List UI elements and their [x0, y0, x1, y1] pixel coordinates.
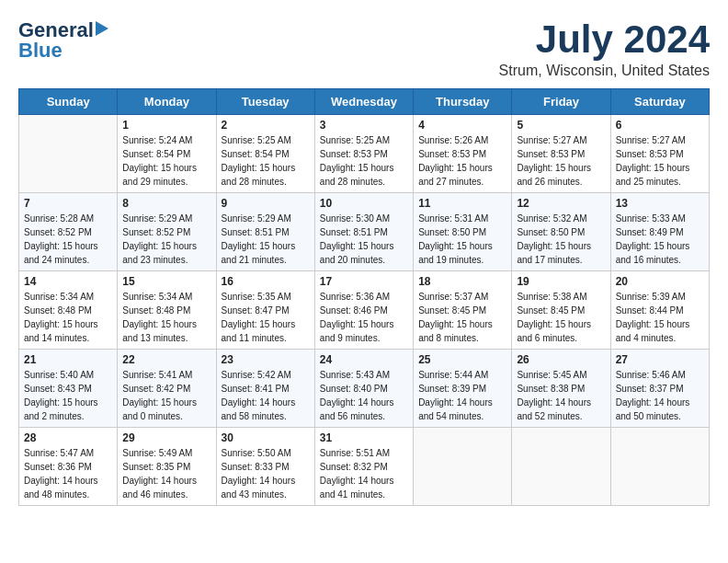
calendar-cell: 6Sunrise: 5:27 AM Sunset: 8:53 PM Daylig… [610, 115, 709, 193]
calendar-cell: 11Sunrise: 5:31 AM Sunset: 8:50 PM Dayli… [414, 193, 512, 271]
calendar-cell: 16Sunrise: 5:35 AM Sunset: 8:47 PM Dayli… [216, 271, 314, 350]
title-block: July 2024 Strum, Wisconsin, United State… [499, 18, 710, 79]
calendar-week-row: 21Sunrise: 5:40 AM Sunset: 8:43 PM Dayli… [19, 350, 710, 428]
day-info: Sunrise: 5:34 AM Sunset: 8:48 PM Dayligh… [122, 290, 210, 345]
calendar-table: SundayMondayTuesdayWednesdayThursdayFrid… [18, 88, 710, 506]
day-number: 31 [320, 431, 408, 444]
day-info: Sunrise: 5:40 AM Sunset: 8:43 PM Dayligh… [24, 368, 112, 423]
calendar-cell: 14Sunrise: 5:34 AM Sunset: 8:48 PM Dayli… [19, 271, 118, 350]
day-number: 14 [24, 275, 112, 288]
day-info: Sunrise: 5:46 AM Sunset: 8:37 PM Dayligh… [616, 368, 704, 423]
day-info: Sunrise: 5:29 AM Sunset: 8:51 PM Dayligh… [222, 212, 310, 267]
day-number: 5 [517, 119, 605, 132]
calendar-cell: 23Sunrise: 5:42 AM Sunset: 8:41 PM Dayli… [216, 350, 314, 428]
weekday-header: Thursday [414, 89, 512, 115]
day-number: 6 [616, 119, 704, 132]
day-info: Sunrise: 5:32 AM Sunset: 8:50 PM Dayligh… [517, 212, 605, 267]
day-info: Sunrise: 5:51 AM Sunset: 8:32 PM Dayligh… [320, 446, 408, 501]
day-number: 23 [222, 353, 310, 366]
calendar-cell: 8Sunrise: 5:29 AM Sunset: 8:52 PM Daylig… [118, 193, 216, 271]
day-info: Sunrise: 5:50 AM Sunset: 8:33 PM Dayligh… [222, 446, 310, 501]
day-info: Sunrise: 5:28 AM Sunset: 8:52 PM Dayligh… [24, 212, 112, 267]
day-number: 25 [418, 353, 506, 366]
day-number: 24 [320, 353, 408, 366]
calendar-cell: 25Sunrise: 5:44 AM Sunset: 8:39 PM Dayli… [414, 350, 512, 428]
calendar-cell: 19Sunrise: 5:38 AM Sunset: 8:45 PM Dayli… [512, 271, 610, 350]
day-number: 17 [320, 275, 408, 288]
day-info: Sunrise: 5:38 AM Sunset: 8:45 PM Dayligh… [517, 290, 605, 345]
day-number: 3 [320, 119, 408, 132]
logo: General Blue [18, 18, 108, 63]
day-info: Sunrise: 5:37 AM Sunset: 8:45 PM Dayligh… [418, 290, 506, 345]
calendar-cell: 3Sunrise: 5:25 AM Sunset: 8:53 PM Daylig… [314, 115, 413, 193]
calendar-cell: 24Sunrise: 5:43 AM Sunset: 8:40 PM Dayli… [314, 350, 413, 428]
weekday-header: Friday [512, 89, 610, 115]
calendar-cell: 21Sunrise: 5:40 AM Sunset: 8:43 PM Dayli… [19, 350, 118, 428]
day-number: 10 [320, 197, 408, 210]
calendar-cell [512, 428, 610, 506]
calendar-week-row: 7Sunrise: 5:28 AM Sunset: 8:52 PM Daylig… [19, 193, 710, 271]
day-info: Sunrise: 5:44 AM Sunset: 8:39 PM Dayligh… [418, 368, 506, 423]
calendar-cell [414, 428, 512, 506]
day-info: Sunrise: 5:31 AM Sunset: 8:50 PM Dayligh… [418, 212, 506, 267]
weekday-header: Tuesday [216, 89, 314, 115]
logo-arrow-icon [96, 21, 108, 36]
day-number: 7 [24, 197, 112, 210]
day-info: Sunrise: 5:34 AM Sunset: 8:48 PM Dayligh… [24, 290, 112, 345]
day-number: 12 [517, 197, 605, 210]
calendar-cell: 4Sunrise: 5:26 AM Sunset: 8:53 PM Daylig… [414, 115, 512, 193]
calendar-cell: 28Sunrise: 5:47 AM Sunset: 8:36 PM Dayli… [19, 428, 118, 506]
day-info: Sunrise: 5:47 AM Sunset: 8:36 PM Dayligh… [24, 446, 112, 501]
calendar-cell: 2Sunrise: 5:25 AM Sunset: 8:54 PM Daylig… [216, 115, 314, 193]
calendar-cell: 22Sunrise: 5:41 AM Sunset: 8:42 PM Dayli… [118, 350, 216, 428]
calendar-cell: 27Sunrise: 5:46 AM Sunset: 8:37 PM Dayli… [610, 350, 709, 428]
calendar-cell: 12Sunrise: 5:32 AM Sunset: 8:50 PM Dayli… [512, 193, 610, 271]
day-number: 21 [24, 353, 112, 366]
calendar-cell [610, 428, 709, 506]
calendar-week-row: 1Sunrise: 5:24 AM Sunset: 8:54 PM Daylig… [19, 115, 710, 193]
day-number: 18 [418, 275, 506, 288]
day-info: Sunrise: 5:33 AM Sunset: 8:49 PM Dayligh… [616, 212, 704, 267]
day-number: 28 [24, 431, 112, 444]
calendar-cell: 13Sunrise: 5:33 AM Sunset: 8:49 PM Dayli… [610, 193, 709, 271]
day-number: 27 [616, 353, 704, 366]
day-number: 29 [122, 431, 210, 444]
month-title: July 2024 [499, 18, 710, 61]
day-info: Sunrise: 5:41 AM Sunset: 8:42 PM Dayligh… [122, 368, 210, 423]
day-info: Sunrise: 5:25 AM Sunset: 8:53 PM Dayligh… [320, 133, 408, 189]
day-number: 4 [418, 119, 506, 132]
calendar-week-row: 28Sunrise: 5:47 AM Sunset: 8:36 PM Dayli… [19, 428, 710, 506]
day-number: 9 [222, 197, 310, 210]
calendar-cell: 20Sunrise: 5:39 AM Sunset: 8:44 PM Dayli… [610, 271, 709, 350]
day-info: Sunrise: 5:25 AM Sunset: 8:54 PM Dayligh… [222, 133, 310, 189]
day-number: 19 [517, 275, 605, 288]
day-info: Sunrise: 5:29 AM Sunset: 8:52 PM Dayligh… [122, 212, 210, 267]
day-info: Sunrise: 5:30 AM Sunset: 8:51 PM Dayligh… [320, 212, 408, 267]
day-info: Sunrise: 5:26 AM Sunset: 8:53 PM Dayligh… [418, 133, 506, 189]
day-info: Sunrise: 5:49 AM Sunset: 8:35 PM Dayligh… [122, 446, 210, 501]
page-header: General Blue July 2024 Strum, Wisconsin,… [18, 18, 710, 79]
day-number: 13 [616, 197, 704, 210]
logo-blue: Blue [18, 39, 63, 63]
calendar-cell: 26Sunrise: 5:45 AM Sunset: 8:38 PM Dayli… [512, 350, 610, 428]
calendar-cell: 30Sunrise: 5:50 AM Sunset: 8:33 PM Dayli… [216, 428, 314, 506]
calendar-cell: 18Sunrise: 5:37 AM Sunset: 8:45 PM Dayli… [414, 271, 512, 350]
location: Strum, Wisconsin, United States [499, 63, 710, 79]
calendar-cell: 1Sunrise: 5:24 AM Sunset: 8:54 PM Daylig… [118, 115, 216, 193]
calendar-cell [19, 115, 118, 193]
day-info: Sunrise: 5:35 AM Sunset: 8:47 PM Dayligh… [222, 290, 310, 345]
calendar-header-row: SundayMondayTuesdayWednesdayThursdayFrid… [19, 89, 710, 115]
day-info: Sunrise: 5:27 AM Sunset: 8:53 PM Dayligh… [616, 133, 704, 189]
calendar-cell: 31Sunrise: 5:51 AM Sunset: 8:32 PM Dayli… [314, 428, 413, 506]
calendar-cell: 9Sunrise: 5:29 AM Sunset: 8:51 PM Daylig… [216, 193, 314, 271]
day-number: 20 [616, 275, 704, 288]
day-number: 26 [517, 353, 605, 366]
day-number: 22 [122, 353, 210, 366]
day-number: 2 [222, 119, 310, 132]
weekday-header: Monday [118, 89, 216, 115]
calendar-cell: 29Sunrise: 5:49 AM Sunset: 8:35 PM Dayli… [118, 428, 216, 506]
day-number: 8 [122, 197, 210, 210]
calendar-cell: 10Sunrise: 5:30 AM Sunset: 8:51 PM Dayli… [314, 193, 413, 271]
calendar-cell: 7Sunrise: 5:28 AM Sunset: 8:52 PM Daylig… [19, 193, 118, 271]
day-number: 15 [122, 275, 210, 288]
